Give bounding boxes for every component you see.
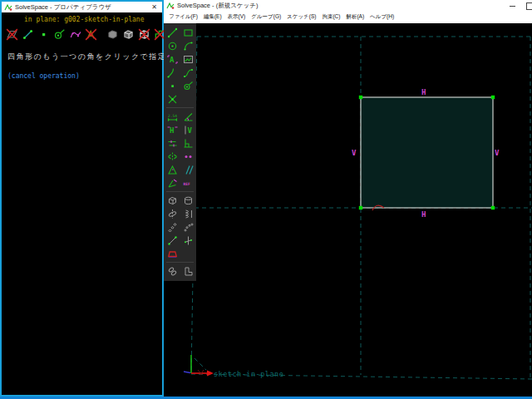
angle-constraint-icon[interactable] <box>182 111 195 122</box>
hide-mesh-icon[interactable] <box>137 27 151 42</box>
svg-text:A: A <box>170 56 175 64</box>
right-window-title: SolveSpace - (新規スケッチ) <box>177 2 258 10</box>
construction-tool-icon[interactable] <box>182 80 195 91</box>
distance-constraint-icon[interactable]: 2.54 <box>166 111 179 122</box>
show-points-icon[interactable] <box>37 27 51 42</box>
coincident-constraint-icon[interactable] <box>182 150 195 162</box>
svg-text:REF: REF <box>183 182 190 186</box>
point-tool-icon[interactable] <box>166 80 179 91</box>
tool-palette: A 2.54 H V <box>164 23 196 281</box>
text-tool-icon[interactable]: A <box>166 53 179 65</box>
menu-analyze[interactable]: 解析(A) <box>346 13 364 21</box>
align-view-icon[interactable] <box>166 248 179 259</box>
property-browser-window: SolveSpace - プロパティブラウザ ✕ in plane: g002-… <box>0 0 164 397</box>
constraint-h-bottom[interactable]: H <box>421 210 426 219</box>
view-toggle-toolbar <box>2 26 162 43</box>
sketch-canvas[interactable]: H H V V sketch-in-plane A <box>164 23 532 397</box>
show-construction-icon[interactable] <box>52 27 66 42</box>
right-titlebar[interactable]: SolveSpace - (新規スケッチ) <box>164 0 532 11</box>
menu-view[interactable]: 表示(V) <box>228 13 246 21</box>
sketch-window: SolveSpace - (新規スケッチ) ファイル(F) 編集(E) 表示(V… <box>164 0 532 397</box>
active-plane-header[interactable]: in plane: g002-sketch-in-plane <box>2 12 162 26</box>
x-axis-arrow <box>207 371 214 377</box>
step-rotate-group-icon[interactable] <box>182 234 195 246</box>
scene-graphics: H H V V sketch-in-plane <box>164 23 532 397</box>
sketch-in-workplane-icon[interactable] <box>166 234 179 246</box>
revolve-group-icon[interactable] <box>166 208 179 219</box>
rotate-group-icon[interactable] <box>182 221 195 233</box>
menu-help[interactable]: ヘルプ(H) <box>370 13 394 21</box>
reference-constraint-icon[interactable]: REF <box>182 177 195 189</box>
cancel-operation-link[interactable]: (cancel operation) <box>2 62 162 80</box>
menu-bar: ファイル(F) 編集(E) 表示(V) グループ(G) スケッチ(S) 拘束(C… <box>164 11 532 23</box>
assemble-group-icon[interactable] <box>182 265 195 277</box>
left-titlebar[interactable]: SolveSpace - プロパティブラウザ ✕ <box>2 2 162 12</box>
constraint-v-right[interactable]: V <box>495 149 500 157</box>
origin-axes <box>184 355 214 377</box>
hide-workplanes-icon[interactable] <box>5 27 19 42</box>
maximize-icon[interactable] <box>526 2 532 10</box>
svg-text:H: H <box>170 126 174 135</box>
tangent-arc-tool-icon[interactable] <box>166 66 179 78</box>
show-edges-icon[interactable] <box>121 27 135 42</box>
bezier-tool-icon[interactable] <box>182 66 195 78</box>
lathe-group-icon[interactable] <box>182 195 195 206</box>
show-normals-icon[interactable] <box>21 27 35 42</box>
menu-group[interactable]: グループ(G) <box>251 13 281 21</box>
solvespace-logo-icon <box>4 3 12 12</box>
sketch-rectangle[interactable] <box>361 97 493 208</box>
menu-sketch[interactable]: スケッチ(S) <box>287 13 316 21</box>
equal-constraint-icon[interactable] <box>166 137 179 149</box>
menu-constrain[interactable]: 拘束(C) <box>322 13 340 21</box>
svg-text:V: V <box>187 126 192 135</box>
solvespace-logo-icon <box>166 2 175 10</box>
status-instruction: 四角形のもう一つの角をクリックで指定 <box>2 43 162 62</box>
show-shaded-icon[interactable] <box>106 27 120 42</box>
equal-angle-constraint-icon[interactable] <box>166 164 179 175</box>
symmetric-constraint-icon[interactable] <box>166 150 179 162</box>
split-curves-tool-icon[interactable] <box>166 93 179 105</box>
helix-group-icon[interactable] <box>182 208 195 219</box>
hide-text-icon[interactable] <box>84 27 98 42</box>
perpendicular-constraint-icon[interactable] <box>182 137 195 149</box>
circle-tool-icon[interactable] <box>166 40 179 52</box>
constraint-v-left[interactable]: V <box>352 149 357 157</box>
left-window-title: SolveSpace - プロパティブラウザ <box>15 3 111 12</box>
z-axis <box>184 372 190 373</box>
svg-text:2.54: 2.54 <box>168 113 177 117</box>
horizontal-constraint-icon[interactable]: H <box>166 124 179 135</box>
translate-group-icon[interactable] <box>166 221 179 233</box>
parallel-constraint-icon[interactable] <box>182 164 195 175</box>
close-icon[interactable]: ✕ <box>151 4 160 11</box>
orient-constraint-icon[interactable] <box>166 177 179 189</box>
constraint-h-top[interactable]: H <box>421 88 426 96</box>
link-group-icon[interactable] <box>166 265 179 277</box>
minimize-icon[interactable] <box>510 6 515 7</box>
rectangle-tool-icon[interactable] <box>182 27 195 38</box>
line-tool-icon[interactable] <box>166 27 179 38</box>
extrude-group-icon[interactable] <box>166 195 179 206</box>
image-tool-icon[interactable] <box>182 53 195 65</box>
show-faces-icon[interactable] <box>68 27 82 42</box>
arc-tool-icon[interactable] <box>182 40 195 52</box>
vertical-constraint-icon[interactable]: V <box>182 124 195 135</box>
menu-file[interactable]: ファイル(F) <box>169 13 198 21</box>
workplane-corner-dash <box>195 358 206 370</box>
menu-edit[interactable]: 編集(E) <box>204 13 222 21</box>
workplane-label[interactable]: sketch-in-plane <box>214 370 283 378</box>
